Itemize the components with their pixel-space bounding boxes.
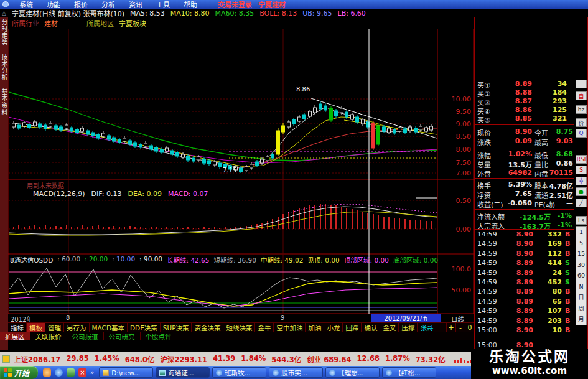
bid-row: 买② 8.88 184 [475, 88, 574, 97]
window-icon [329, 370, 335, 376]
bid-row: 买① 8.89 34 [475, 80, 574, 88]
period-option[interactable]: 周 [576, 303, 586, 314]
indicator-tab[interactable]: 回踩 [343, 323, 362, 332]
indicator-tab[interactable]: 确认 [362, 323, 380, 332]
stat-row: 收益(二) -0.050 PE(动) — [475, 199, 574, 208]
indicator-tab[interactable]: DDE决策 [128, 323, 161, 332]
price-axis-label: 10.00 [441, 95, 471, 103]
extension-tab[interactable]: 扩展区 [0, 332, 30, 340]
indicator-tab[interactable]: 加油 [306, 323, 324, 332]
ma5-value: MA5: 8.53 [130, 9, 165, 17]
zoom-controls: +-0 [446, 323, 474, 332]
index-quote[interactable]: 12.68 [357, 354, 380, 364]
kline-chart-canvas[interactable] [8, 29, 474, 314]
index-quote[interactable]: 1.84% [241, 354, 266, 364]
tick-trade-row: 14:59 8.90 332 B [475, 230, 574, 239]
qsdd-axis-label: 100.0 [441, 265, 471, 273]
sidebar-vertical-tab[interactable]: 分时走势 [0, 19, 9, 46]
taskbar-window-button[interactable]: 海通证... [156, 367, 210, 378]
ma60-value: MA60: 8.35 [215, 9, 254, 17]
index-quote[interactable]: 沪深2293.11 [161, 354, 207, 364]
period-option[interactable]: 1 [576, 227, 586, 238]
note-icon[interactable] [2, 355, 10, 363]
indicator-tab[interactable]: 短线决策 [223, 323, 255, 332]
index-quote[interactable]: 29.85 [66, 354, 88, 364]
close-icon[interactable]: × [78, 368, 86, 377]
taskbar-window-button[interactable]: 【理想... [325, 367, 380, 378]
index-quote[interactable]: 创业 689.64 [307, 354, 351, 364]
period-option[interactable]: 5 [576, 238, 586, 249]
globe-icon [2, 1, 9, 7]
period-option[interactable]: 30 [576, 260, 586, 271]
indicator-tab[interactable]: 管理 [45, 323, 64, 332]
index-quote[interactable]: 648.0亿 [125, 354, 155, 364]
industry-value[interactable]: 建材 [44, 18, 58, 28]
index-quote[interactable]: 上证2086.17 [14, 354, 60, 364]
indicator-tab[interactable]: 模板 [27, 323, 45, 332]
toolbar-icon[interactable]: 自 [576, 91, 587, 100]
toolbar-icon[interactable] [576, 80, 587, 88]
indicator-info-row: △ 宁夏建材(日线 前复权) 张哥布林(10) MA5: 8.53 MA10: … [0, 9, 588, 17]
indicator-tab[interactable]: 金牛 [255, 323, 274, 332]
period-option[interactable]: N [576, 281, 586, 292]
indicator-tab[interactable]: 金叉 [380, 323, 399, 332]
toolbar-icon[interactable]: RSI [576, 155, 587, 164]
index-quote[interactable]: 544.3亿 [271, 354, 301, 364]
toolbar-icon[interactable]: S [576, 166, 587, 174]
zoom-button[interactable]: - [455, 323, 465, 332]
toolbar-icon[interactable]: Fs [576, 216, 587, 225]
indicator-tab[interactable]: 张哥 [418, 323, 436, 332]
indicator-tab[interactable]: 压撑 [399, 323, 418, 332]
toolbar-icon[interactable]: ╬ [576, 177, 587, 185]
indicator-tab[interactable]: 空中加油 [274, 323, 306, 332]
launch-icon[interactable] [67, 368, 75, 377]
index-quote[interactable]: 1.87% [385, 354, 410, 364]
index-quote[interactable]: 41.39 [213, 354, 235, 364]
period-option[interactable]: 15 [576, 248, 586, 260]
chevron-more-icon[interactable]: » [90, 369, 94, 376]
zoom-button[interactable]: + [446, 323, 455, 332]
taskbar-window-button[interactable]: D:\new... [99, 367, 153, 378]
period-option[interactable]: 60 [576, 270, 586, 281]
trade-login-status[interactable]: 交易未登录 [218, 0, 252, 9]
taskbar-window-button[interactable]: 【红松... [382, 367, 436, 378]
window-icon [273, 370, 279, 376]
index-quote[interactable]: 1.45% [95, 354, 119, 364]
period-option[interactable]: 日 [576, 292, 586, 303]
extension-tab[interactable]: 个股点评 [141, 332, 177, 340]
browser-icon[interactable] [55, 368, 63, 377]
taskbar-window-button[interactable]: 股市实... [269, 367, 323, 378]
messenger-icon[interactable] [43, 368, 51, 377]
period-option[interactable]: 月 [576, 314, 586, 325]
toolbar-icon[interactable]: ╱ [576, 199, 587, 207]
chart-region[interactable]: 10.009.509.008.508.007.507.00 0.500.00 1… [8, 29, 474, 314]
indicator-tab[interactable]: MACD基本 [90, 323, 128, 332]
industry-label: 所属行业 [12, 18, 39, 28]
toolbar-icon[interactable]: ● [576, 187, 587, 196]
bid-row: 买⑤ 8.85 321 [475, 115, 574, 123]
extension-tab[interactable]: 公司研究 [104, 332, 141, 340]
zoom-button[interactable]: 0 [465, 323, 474, 332]
sidebar-vertical-tab[interactable]: 技术分析 [0, 54, 9, 81]
toolbar-icon[interactable]: Q [576, 129, 587, 138]
indicator-tab[interactable]: 另存为 [64, 323, 90, 332]
qsdd-param: : 10.00 [112, 255, 135, 264]
qsdd-param: 顶部区域: 0.00 [344, 255, 389, 264]
price-axis-label: 7.00 [441, 169, 471, 177]
taskbar-window-button[interactable]: 班斯牧... [212, 367, 266, 378]
extension-tab[interactable]: 关联报价 [30, 332, 67, 340]
sidebar-vertical-tab[interactable]: 基本资料 [0, 88, 9, 116]
tick-trade-row: 14:59 8.89 24 S [475, 269, 574, 278]
region-value[interactable]: 宁夏板块 [119, 18, 146, 28]
toolbar-icon[interactable]: hz [576, 105, 587, 114]
indicator-tab[interactable]: SUP决策 [161, 323, 192, 332]
indicator-tab[interactable]: 资金决策 [192, 323, 223, 332]
stat-row: 总量 13.5万 量比 0.86 [475, 159, 574, 168]
extension-tab[interactable]: 公司报道 [67, 332, 104, 340]
indicator-tab[interactable]: 指标 [8, 323, 27, 332]
windows-logo-icon [4, 368, 12, 377]
index-quote[interactable]: 73.32亿 [416, 354, 446, 364]
start-button[interactable]: 开始 [0, 366, 38, 379]
toolbar-icon[interactable]: 价 [576, 118, 587, 127]
indicator-tab[interactable]: 小龙 [324, 323, 343, 332]
